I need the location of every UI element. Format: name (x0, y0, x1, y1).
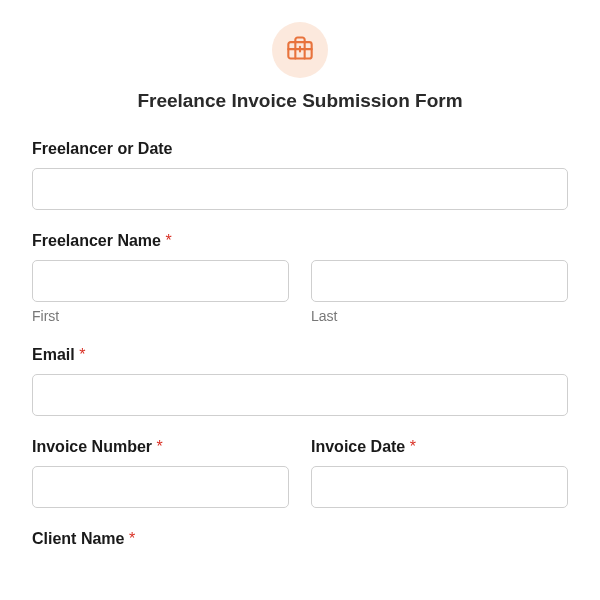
field-invoice-number: Invoice Number * (32, 438, 289, 508)
input-invoice-number[interactable] (32, 466, 289, 508)
sublabel-first: First (32, 308, 289, 324)
invoice-row: Invoice Number * Invoice Date * (32, 438, 568, 508)
input-first-name[interactable] (32, 260, 289, 302)
label-freelancer-or-date: Freelancer or Date (32, 140, 568, 158)
label-text-freelancer-name: Freelancer Name (32, 232, 161, 249)
required-marker: * (79, 346, 85, 363)
label-text-client-name: Client Name (32, 530, 124, 547)
label-invoice-date: Invoice Date * (311, 438, 568, 456)
input-invoice-date[interactable] (311, 466, 568, 508)
col-last-name: Last (311, 260, 568, 324)
label-text-email: Email (32, 346, 75, 363)
required-marker: * (156, 438, 162, 455)
field-freelancer-name: Freelancer Name * First Last (32, 232, 568, 324)
label-invoice-number: Invoice Number * (32, 438, 289, 456)
required-marker: * (165, 232, 171, 249)
form-container: Freelance Invoice Submission Form Freela… (0, 0, 600, 592)
field-freelancer-or-date: Freelancer or Date (32, 140, 568, 210)
header-icon-circle (272, 22, 328, 78)
label-text-invoice-number: Invoice Number (32, 438, 152, 455)
col-first-name: First (32, 260, 289, 324)
label-freelancer-name: Freelancer Name * (32, 232, 568, 250)
field-client-name: Client Name * (32, 530, 568, 548)
form-header: Freelance Invoice Submission Form (32, 22, 568, 112)
form-title: Freelance Invoice Submission Form (32, 90, 568, 112)
label-text-invoice-date: Invoice Date (311, 438, 405, 455)
input-email[interactable] (32, 374, 568, 416)
name-row: First Last (32, 260, 568, 324)
label-email: Email * (32, 346, 568, 364)
input-freelancer-or-date[interactable] (32, 168, 568, 210)
field-email: Email * (32, 346, 568, 416)
field-invoice-date: Invoice Date * (311, 438, 568, 508)
required-marker: * (410, 438, 416, 455)
required-marker: * (129, 530, 135, 547)
label-client-name: Client Name * (32, 530, 568, 548)
briefcase-icon (286, 34, 314, 66)
sublabel-last: Last (311, 308, 568, 324)
input-last-name[interactable] (311, 260, 568, 302)
